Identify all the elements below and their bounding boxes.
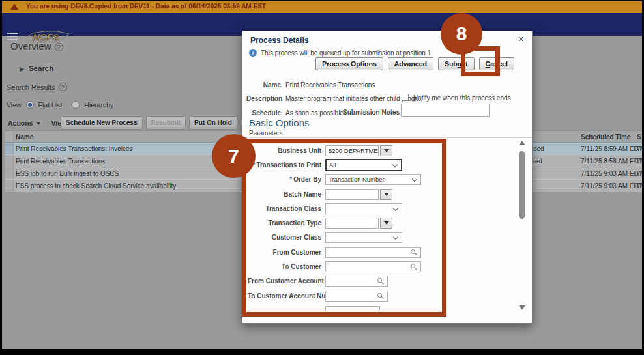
search-expander[interactable]: ▶Search [20, 64, 53, 72]
screen-frame [0, 349, 644, 355]
scheduled-time-cell: 7/11/25 9:03 AM EDT [581, 170, 643, 177]
expand-arrow-icon: ▶ [20, 66, 24, 72]
toolbar-button-resubmit: Resubmit [146, 116, 186, 130]
row-select-gutter[interactable] [5, 167, 14, 179]
row-select-gutter[interactable] [5, 155, 14, 167]
step-8-badge: 8 [441, 13, 482, 55]
environment-banner-text: You are using DEV8.Copied from DEV11 - D… [26, 3, 266, 10]
name-column-header[interactable]: Name [16, 134, 33, 141]
description-label: Description [246, 95, 281, 102]
scroll-up-icon[interactable] [519, 141, 525, 145]
parameters-heading: Parameters [249, 130, 283, 137]
dialog-title: Process Details [250, 36, 308, 45]
hamburger-menu-icon[interactable] [7, 33, 18, 40]
row-select-gutter[interactable] [5, 180, 14, 192]
scheduled-time-column-header[interactable]: Scheduled Time [581, 134, 631, 141]
toolbar-button-schedule-new-process[interactable]: Schedule New Process [61, 116, 143, 130]
toolbar-button-put-on-hold[interactable]: Put On Hold [189, 116, 237, 130]
screen: You are using DEV8.Copied from DEV11 - D… [0, 0, 644, 355]
dialog-scrollbar[interactable] [518, 141, 525, 310]
flat-list-label: Flat List [38, 101, 63, 109]
environment-banner: You are using DEV8.Copied from DEV11 - D… [0, 0, 644, 13]
status-cell: ted [533, 158, 548, 165]
chevron-down-icon [36, 122, 41, 125]
notify-label: Notify me when this process ends [413, 94, 511, 102]
scheduled-time-cell: 7/11/25 8:58 AM EDT [581, 158, 643, 165]
hierarchy-radio[interactable] [72, 101, 80, 109]
info-icon: i [249, 49, 257, 57]
step-annotation-box-parameters [242, 139, 446, 317]
screen-frame [0, 0, 2, 355]
warning-icon [10, 3, 18, 10]
search-results-label: Search Results? [7, 83, 67, 91]
help-icon[interactable]: ? [59, 83, 67, 91]
row-select-gutter[interactable] [5, 143, 14, 154]
scheduled-time-cell: 7/11/25 9:03 AM EDT [581, 182, 643, 190]
view-label: View [7, 101, 22, 109]
step-7-badge: 7 [212, 134, 256, 178]
submission-notes-label: Submission Notes [343, 109, 395, 116]
status-cell: ded [533, 145, 548, 152]
name-label: Name [246, 81, 281, 89]
actions-menu[interactable]: Actions [8, 119, 41, 127]
process-name-cell: ESS process to check Search Cloud Servic… [16, 182, 176, 190]
divider [242, 137, 532, 138]
schedule-value: As soon as possible [285, 109, 344, 117]
process-name-cell: Print Receivables Transactions: Invoices [16, 145, 133, 152]
flat-list-radio[interactable] [26, 101, 34, 109]
row-select-gutter [5, 131, 14, 142]
page-title: Overview? [10, 40, 63, 51]
advanced-button[interactable]: Advanced [388, 57, 433, 70]
process-options-button[interactable]: Process Options [315, 57, 383, 70]
hierarchy-label: Hierarchy [84, 101, 113, 109]
view-options: View Flat List Hierarchy [7, 101, 113, 109]
close-icon[interactable]: ✕ [518, 35, 524, 44]
process-name-cell: ESS job to run Bulk ingest to OSCS [16, 170, 119, 177]
scrollbar-thumb[interactable] [519, 151, 525, 219]
screen-frame [0, 0, 644, 1]
submission-notes-input[interactable] [401, 104, 490, 117]
name-value: Print Receivables Transactions [285, 81, 375, 89]
help-icon[interactable]: ? [55, 43, 63, 51]
scroll-down-icon[interactable] [519, 305, 525, 310]
notify-checkbox[interactable] [402, 94, 409, 101]
schedule-label: Schedule [246, 109, 281, 117]
process-name-cell: Print Receivables Transactions [16, 158, 105, 165]
basic-options-heading: Basic Options [249, 117, 310, 128]
queue-info-text: This process will be queued up for submi… [261, 50, 431, 57]
scheduled-time-cell: 7/11/25 8:59 AM EDT [581, 145, 643, 152]
